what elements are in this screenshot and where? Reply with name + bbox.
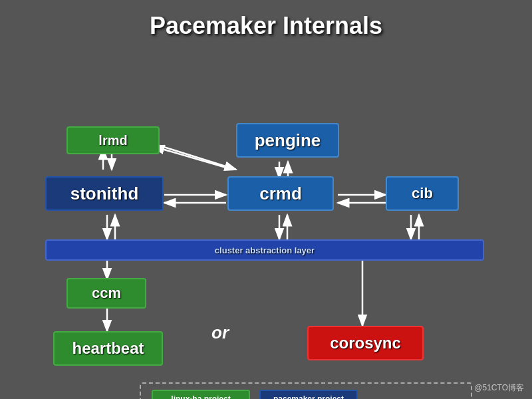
crmd-box: crmd <box>227 176 334 211</box>
ccm-box: ccm <box>66 278 146 309</box>
page-title: Pacemaker Internals <box>0 0 532 47</box>
watermark: @51CTO博客 <box>474 382 524 394</box>
lrmd-box: lrmd <box>66 126 160 154</box>
svg-line-5 <box>158 145 236 170</box>
layer-box: cluster abstraction layer <box>45 239 484 261</box>
linuxha-label: linux-ha project <box>152 390 250 399</box>
corosync-box: corosync <box>307 326 424 360</box>
heartbeat-box: heartbeat <box>53 331 163 366</box>
pacemaker-label: pacemaker project <box>259 390 358 399</box>
diagram-area: lrmd pengine stonithd crmd cib cluster a… <box>0 47 532 399</box>
or-text: or <box>211 323 229 343</box>
pengine-box: pengine <box>236 123 339 158</box>
svg-line-6 <box>153 146 233 170</box>
cib-box: cib <box>386 176 459 211</box>
stonithd-box: stonithd <box>45 176 164 211</box>
